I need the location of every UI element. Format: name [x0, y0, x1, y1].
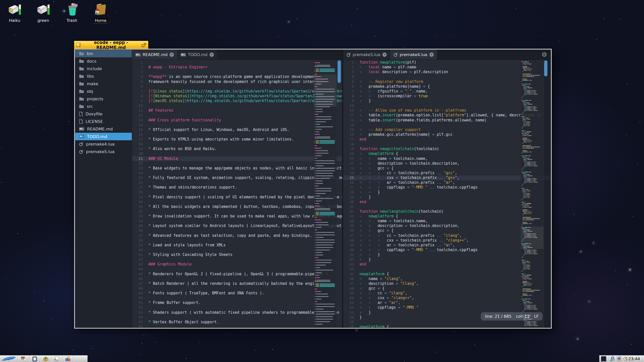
clock[interactable]: 23:44	[628, 356, 642, 361]
code-line[interactable]: 46	[132, 277, 342, 281]
code-line[interactable]: 37* Advanced features as text selection,…	[132, 233, 342, 238]
code-line[interactable]: 49» » cc = "clang",	[343, 291, 551, 296]
code-line[interactable]: 21### UI Module	[132, 156, 342, 161]
code-line[interactable]: 27* Themes and skins/decorations support…	[132, 185, 342, 190]
code-line[interactable]: 22	[132, 161, 342, 166]
code-line[interactable]: 31	[343, 204, 551, 209]
code-line[interactable]: 28	[132, 190, 342, 195]
settings-gear-icon[interactable]: ⚙	[542, 51, 547, 58]
window-close-button[interactable]	[76, 43, 80, 47]
deskbar-drag-handle[interactable]	[642, 355, 643, 362]
code-line[interactable]: 34» » name = toolchain.name,	[343, 219, 551, 223]
workspace-switcher[interactable]	[601, 356, 606, 361]
code-line[interactable]: 26	[132, 180, 342, 185]
vertical-scrollbar[interactable]	[337, 60, 342, 328]
code-line[interactable]: 7» » cfgsuffix = "_"..name,	[343, 89, 551, 94]
window-zoom-button[interactable]	[142, 43, 146, 47]
code-line[interactable]: 25» » » cxx = toolchain.prefix .. "g++",	[343, 175, 551, 180]
editor-pane-readme[interactable]: 12# eepp - Entropia Engine++34**eepp** i…	[132, 60, 342, 328]
code-line[interactable]: 50	[132, 296, 342, 300]
code-line[interactable]: 9[![macOS status](https://img.shields.io…	[132, 99, 342, 103]
people-app-button[interactable]	[18, 355, 29, 362]
code-line[interactable]: 28» » }	[343, 190, 551, 195]
file-tree-item-todo.md[interactable]: M↓TODO.md	[75, 133, 132, 140]
scrollbar-thumb[interactable]	[338, 60, 341, 83]
code-line[interactable]: 35» » description = toolchain.descriptio…	[343, 223, 551, 228]
code-line[interactable]: 20» newplatform {	[343, 151, 551, 156]
code-line[interactable]: 45* Renderers for OpenGL 2 ( fixed-pipel…	[132, 272, 342, 277]
desktop-icon-green[interactable]: green	[32, 3, 54, 23]
code-line[interactable]: 51* Frame Buffer support.	[132, 300, 342, 305]
code-line[interactable]: 41* Styling with Cascading Style Sheets	[132, 252, 342, 257]
code-line[interactable]: 10	[343, 103, 551, 108]
code-line[interactable]: 40» » » cppflags = "-MMD " .. toolchain.…	[343, 248, 551, 252]
code-line[interactable]: 32function newclangtoolchain(toolchain)	[343, 209, 551, 214]
code-line[interactable]: 29» }	[343, 195, 551, 200]
file-tree-item-projects[interactable]: projects	[75, 95, 132, 103]
code-line[interactable]: 56newplatform {	[343, 325, 551, 328]
code-line[interactable]: 15» -- Add compiler support	[343, 127, 551, 132]
code-line[interactable]: 42	[132, 257, 342, 262]
code-line[interactable]: 14	[132, 123, 342, 127]
vertical-scrollbar[interactable]	[543, 60, 551, 328]
code-line[interactable]: 30end	[343, 200, 551, 204]
code-line[interactable]: 14	[343, 123, 551, 127]
code-line[interactable]: 8[![Windows status](https://img.shields.…	[132, 94, 342, 99]
package-app-button[interactable]	[40, 355, 51, 362]
code-line[interactable]: 32	[132, 209, 342, 214]
code-line[interactable]: 24	[132, 171, 342, 175]
code-line[interactable]: 34	[132, 219, 342, 223]
code-line[interactable]: 3» local description = plf.description	[343, 70, 551, 74]
code-line[interactable]: 7[![Linux status](https://img.shields.io…	[132, 89, 342, 94]
code-line[interactable]: 48» gcc = {	[343, 286, 551, 291]
code-line[interactable]: 23» » gcc = {	[343, 166, 551, 171]
code-line[interactable]: 50» » cxx = "clang++",	[343, 296, 551, 300]
apps-blocks-button[interactable]	[62, 355, 73, 362]
process-controller-icon[interactable]	[623, 356, 628, 361]
file-tree-item-premake4.lua[interactable]: premake4.lua	[75, 140, 132, 148]
network-icon[interactable]	[610, 356, 615, 361]
file-tree-item-license[interactable]: LICENSE	[75, 118, 132, 125]
code-line[interactable]: 16» premake.gcc.platforms[name] = plf.gc…	[343, 132, 551, 137]
code-line[interactable]: 48	[132, 286, 342, 291]
clipboard-app-button[interactable]	[29, 355, 40, 362]
code-line[interactable]: 44	[343, 267, 551, 272]
file-tree-item-obj[interactable]: obj	[75, 87, 132, 95]
code-line[interactable]: 55* Vertex Buffer Object support.	[132, 320, 342, 325]
code-line[interactable]: 49* Fonts support ( TrueType, BMFont and…	[132, 291, 342, 296]
code-line[interactable]: 11» -- Allow use of new platform in --pl…	[343, 108, 551, 113]
code-line[interactable]: 23* Base widgets to manage the app/game …	[132, 166, 342, 171]
code-line[interactable]: 19function newgcctoolchain(toolchain)	[343, 147, 551, 151]
haiku-feather-button[interactable]	[0, 355, 18, 362]
code-line[interactable]: 18	[132, 142, 342, 147]
tab-premake5.lua[interactable]: premake5.lua✕	[343, 50, 390, 60]
tab-premake4.lua[interactable]: premake4.lua✕	[390, 50, 437, 60]
code-line[interactable]: 16	[132, 132, 342, 137]
code-line[interactable]: 13### Cross platform functionality	[132, 118, 342, 123]
code-line[interactable]: 44	[132, 267, 342, 272]
file-tree-item-make[interactable]: make	[75, 80, 132, 87]
code-line[interactable]: 25* Fully featured UI system, animation …	[132, 175, 342, 180]
tab-close-icon[interactable]: ✕	[382, 53, 387, 57]
code-line[interactable]: 38	[132, 238, 342, 243]
code-line[interactable]: 18	[343, 142, 551, 147]
code-line[interactable]: 27» » » cppflags = "-MMD " .. toolchain.…	[343, 185, 551, 190]
code-line[interactable]: 53* Shaders support ( with automatic fix…	[132, 310, 342, 315]
minimap[interactable]	[521, 60, 543, 328]
code-line[interactable]: 17* Exports to HTML5 using emscripten wi…	[132, 137, 342, 142]
audio-volume-icon[interactable]	[616, 356, 622, 361]
file-tree-item-docs[interactable]: docs	[75, 57, 132, 65]
code-line[interactable]: 36» » gcc = {	[343, 228, 551, 233]
code-line[interactable]: 10	[132, 103, 342, 108]
code-line[interactable]: 15* Official support for Linux, Windows,…	[132, 127, 342, 132]
code-line[interactable]: 4	[343, 74, 551, 79]
code-line[interactable]: 26» » » ar = toolchain.prefix .. "ar",	[343, 180, 551, 185]
file-tree-item-doxyfile[interactable]: Doxyfile	[75, 110, 132, 118]
desktop-icon-home[interactable]: Home	[90, 3, 112, 23]
code-line[interactable]: 1	[132, 60, 342, 65]
code-line[interactable]: 47» description = "Clang",	[343, 281, 551, 286]
window-titlebar[interactable]: ecode - eepp - README.md	[74, 41, 148, 49]
file-tree-item-libs[interactable]: libs	[75, 72, 132, 80]
code-line[interactable]: 12» table.insert(premake.option.list["pl…	[343, 113, 551, 118]
minimap-viewport[interactable]	[314, 74, 337, 107]
